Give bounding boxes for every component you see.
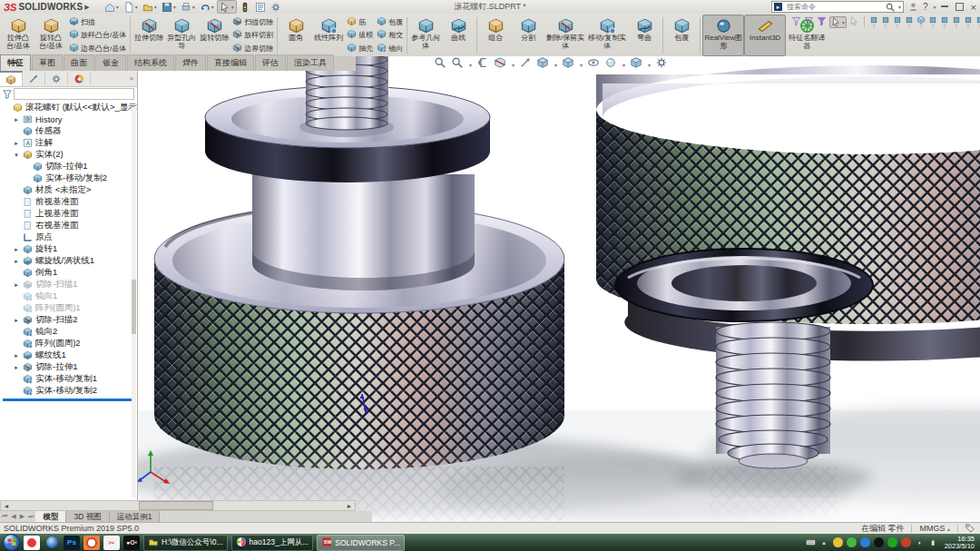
model-tab-nav-0[interactable]: ⏮ (0, 513, 9, 520)
tree-item-move-copy[interactable]: 实体-移动/复制2 (0, 385, 137, 397)
tree-caret-icon[interactable]: ▸ (13, 281, 20, 289)
security-green-tray-icon[interactable] (887, 537, 897, 547)
model-tab-1[interactable]: 3D 视图 (66, 511, 109, 522)
tree-item-move-copy[interactable]: 实体-移动/复制1 (0, 373, 137, 385)
tree-item-mirror[interactable]: 镜向2 (0, 326, 137, 338)
select-cursor-button[interactable]: ▾ (829, 16, 847, 28)
dynamic-annotation-icon[interactable] (519, 56, 532, 73)
tree-item-helix[interactable]: ▸ 螺旋线/涡状线1 (0, 255, 137, 267)
tree-filter-input[interactable] (14, 88, 134, 100)
tree-item-revolve[interactable]: ▸ 旋转1 (0, 243, 137, 255)
display-style-dropdown-icon[interactable]: ▾ (580, 62, 583, 68)
sweep-cut-button[interactable]: 扫描切除 (232, 16, 273, 27)
mirror-button[interactable]: 镜向 (377, 44, 403, 54)
extrude-cut-button[interactable]: 拉伸切除 (132, 15, 165, 56)
intersect-button[interactable]: 相交 (377, 30, 403, 41)
tree-item-part[interactable]: 滚花螺钉 (默认<<默认>_显示状态 1>) (0, 102, 137, 113)
edit-appearance-dropdown-icon[interactable]: ▾ (622, 62, 625, 68)
tree-item-plane[interactable]: 前视基准面 (0, 196, 137, 208)
flyout-arrow-icon[interactable]: ▶ (84, 4, 89, 11)
delete-keep-body-button[interactable]: 删除/保留实体 (544, 15, 586, 56)
face-snap-icon[interactable]: ⊤ (893, 15, 902, 28)
lasso-cursor-icon[interactable] (849, 14, 859, 30)
close-button[interactable]: × (971, 2, 976, 13)
search-input[interactable] (785, 2, 883, 12)
panel-expand-chevron[interactable]: > (129, 74, 137, 83)
revolve-boss-button[interactable]: 旋转凸台/基体 (34, 15, 67, 56)
volume-tray-icon[interactable]: ◖ (915, 537, 925, 547)
taskbar-window-folder[interactable]: H:\微信公众号\0... (143, 535, 228, 551)
split-button[interactable]: 分割 (512, 15, 544, 56)
loft-button[interactable]: 放样凸台/基体 (69, 30, 126, 41)
flex-button[interactable]: 弯曲 (628, 15, 661, 56)
tree-item-chamfer[interactable]: 倒角1 (0, 267, 137, 279)
section-view-dropdown-icon[interactable]: ▾ (512, 62, 514, 68)
image-viewer-taskbar-icon[interactable] (83, 536, 100, 550)
tree-caret-icon[interactable]: ▸ (13, 352, 20, 359)
print-button[interactable]: ▾ (179, 1, 197, 13)
scroll-right-arrow[interactable]: ► (344, 503, 355, 509)
taskbar-window-solidworks[interactable]: SWSOLIDWORKS P... (317, 535, 405, 551)
tree-item-circular-pattern[interactable]: 阵列(圆周)2 (0, 338, 137, 349)
network-tray-icon[interactable]: ▮ (928, 537, 938, 547)
options-button[interactable] (269, 1, 283, 13)
rib-button[interactable]: 筋 (347, 16, 373, 27)
tree-item-sweep-cut[interactable]: ▸ 切除-扫描2 (0, 314, 137, 326)
search-dropdown-icon[interactable]: ▾ (898, 4, 901, 10)
tab-草图[interactable]: 草图 (32, 54, 63, 71)
tab-渲染工具[interactable]: 渲染工具 (287, 54, 334, 71)
language-tray-icon[interactable]: ▴ (819, 537, 829, 547)
tree-item-mirror[interactable]: 镜向1 (0, 290, 137, 302)
volume-snap-icon[interactable]: ⊤ (916, 15, 926, 28)
tree-caret-icon[interactable]: ▾ (13, 152, 20, 159)
red-suite-taskbar-icon[interactable] (24, 536, 40, 550)
tree-item-annotations[interactable]: ▸A注解 (0, 137, 137, 149)
model-tab-nav-2[interactable]: ▶ (18, 513, 26, 520)
configurationmanager-tab[interactable] (45, 72, 68, 85)
display-report-button[interactable] (253, 1, 268, 13)
units-selector[interactable]: MMGS ▴ (919, 524, 950, 533)
filter-outline-1-icon[interactable] (791, 14, 801, 30)
select-button[interactable]: ▾ (217, 0, 237, 14)
tree-caret-icon[interactable]: ▸ (13, 246, 20, 253)
tree-item-solid-folder[interactable]: ▾ 实体(2) (0, 149, 137, 161)
zoom-area-icon[interactable] (451, 56, 464, 73)
tree-caret-icon[interactable]: ▸ (13, 258, 20, 265)
rollback-bar[interactable] (3, 398, 134, 401)
line-snap-icon[interactable]: ⊤ (928, 15, 937, 28)
model-tab-0[interactable]: 模型 (35, 511, 66, 522)
corner-snap-icon[interactable]: ⊤ (964, 15, 973, 28)
tree-item-solid-body[interactable]: 切除-拉伸1 (0, 161, 137, 172)
tab-评估[interactable]: 评估 (255, 54, 286, 71)
model-tab-nav-3[interactable]: ⏭ (26, 513, 35, 520)
revolve-cut-button[interactable]: 旋转切除 (198, 15, 230, 56)
tree-item-origin[interactable]: 原点 (0, 231, 137, 243)
save-button[interactable]: ▾ (160, 1, 178, 13)
dot-snap-icon[interactable]: ⊤ (952, 15, 961, 28)
open-button[interactable]: ▾ (141, 1, 159, 13)
center-snap-icon[interactable]: ⊤ (881, 15, 890, 28)
new-document-button[interactable]: ▾ (122, 1, 140, 13)
filter-outline-2-icon[interactable] (804, 14, 814, 30)
tree-caret-icon[interactable]: ▸ (13, 364, 20, 371)
propertymanager-tab[interactable] (23, 72, 45, 85)
dimxpertmanager-tab[interactable] (68, 72, 91, 85)
tree-caret-icon[interactable]: ▸ (13, 140, 20, 147)
tree-caret-icon[interactable]: ▸ (13, 116, 20, 123)
view-orientation-dropdown-icon[interactable]: ▾ (554, 62, 557, 68)
scroll-thumb[interactable] (139, 501, 213, 510)
tree-item-plane[interactable]: 右视基准面 (0, 220, 137, 231)
browser-k-tray-icon[interactable] (860, 537, 870, 547)
tab-直接编辑[interactable]: 直接编辑 (207, 54, 254, 71)
tree-item-solid-body[interactable]: 实体-移动/复制2 (0, 172, 137, 184)
hide-show-items-icon[interactable] (587, 56, 600, 73)
extrude-boss-button[interactable]: 拉伸凸台/基体 (2, 15, 34, 56)
undo-button[interactable]: ▾ (198, 1, 216, 13)
wechat-tray-icon[interactable] (847, 537, 857, 547)
boundary-button[interactable]: 边界凸台/基体 (69, 44, 126, 54)
graphics-area[interactable] (138, 56, 980, 522)
model-tab-nav-1[interactable]: ◀ (9, 513, 17, 520)
tree-item-circular-pattern[interactable]: 阵列(圆周)1 (0, 302, 137, 314)
model-tab-2[interactable]: 运动算例1 (110, 511, 161, 522)
featuremanager-tree-tab[interactable] (0, 71, 23, 86)
